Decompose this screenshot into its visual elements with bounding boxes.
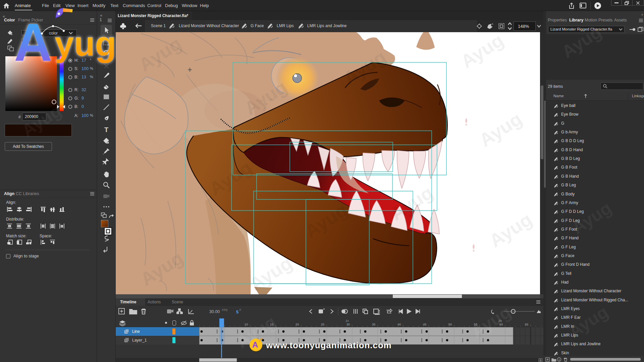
svg-text:1s: 1s: [345, 319, 349, 322]
svg-text:T: T: [104, 126, 108, 133]
svg-text:20: 20: [296, 322, 299, 326]
svg-text:30.00: 30.00: [209, 309, 220, 314]
svg-text:30: 30: [346, 322, 350, 326]
svg-text:65: 65: [525, 322, 529, 326]
svg-text:35: 35: [372, 322, 376, 326]
svg-text:FPS: FPS: [222, 308, 228, 312]
svg-text:F: F: [239, 308, 241, 312]
svg-text:45: 45: [423, 322, 427, 326]
svg-text:50: 50: [448, 322, 452, 326]
svg-text:5: 5: [236, 309, 238, 314]
svg-text:25: 25: [321, 322, 325, 326]
svg-text:40: 40: [397, 322, 401, 326]
